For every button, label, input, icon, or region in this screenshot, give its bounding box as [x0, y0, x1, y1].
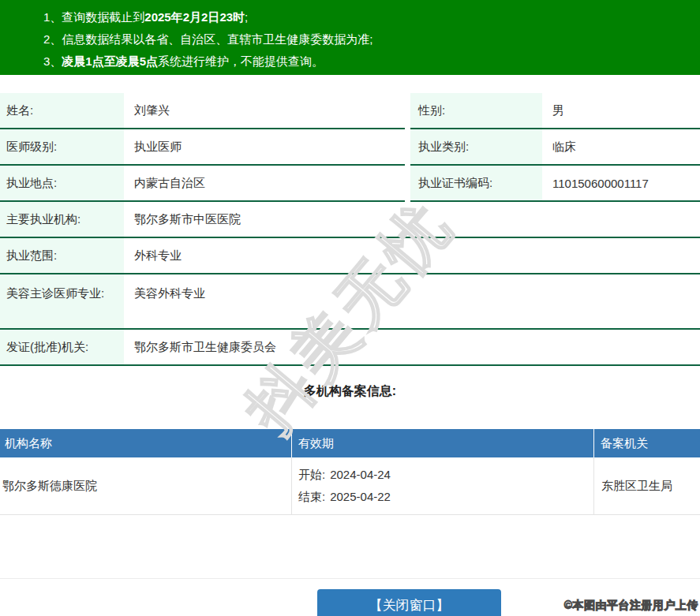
- name-label: 姓名:: [0, 93, 124, 128]
- issuing-authority-value: 鄂尔多斯市卫生健康委员会: [124, 330, 700, 364]
- notice-banner: 1、查询数据截止到2025年2月2日23时; 2、信息数据结果以各省、自治区、直…: [0, 0, 700, 75]
- column-gap: [405, 93, 410, 129]
- practice-location-value: 内蒙古自治区: [124, 166, 405, 200]
- gender-label: 性别:: [410, 93, 542, 128]
- notice-2-number: 2、: [43, 32, 62, 46]
- cosmetic-specialty-value: 美容外科专业: [124, 274, 700, 328]
- record-validity-period: 开始:2024-04-24 结束:2025-04-22: [292, 457, 594, 514]
- header-validity-period: 有效期: [292, 429, 594, 457]
- certificate-number-label: 执业证书编码:: [410, 166, 542, 200]
- notice-3-number: 3、: [43, 54, 62, 68]
- certificate-number-value: 110150600001117: [542, 166, 700, 200]
- gender-value: 男: [542, 93, 700, 128]
- table-row: 医师级别: 执业医师 执业类别: 临床: [0, 129, 700, 166]
- notice-line-2: 2、信息数据结果以各省、自治区、直辖市卫生健康委数据为准;: [43, 28, 700, 50]
- notice-1-bold: 2025年2月2日23时: [144, 10, 245, 24]
- multi-org-section-title: 多机构备案信息:: [0, 383, 700, 400]
- main-org-value: 鄂尔多斯市中医医院: [124, 202, 700, 237]
- notice-3-bold: 凌晨1点至凌晨5点: [62, 54, 158, 68]
- cosmetic-specialty-label: 美容主诊医师专业:: [0, 274, 124, 328]
- practice-category-value: 临床: [542, 129, 700, 164]
- table-row: 执业地点: 内蒙古自治区 执业证书编码: 110150600001117: [0, 166, 700, 202]
- main-org-label: 主要执业机构:: [0, 202, 124, 237]
- doctor-level-label: 医师级别:: [0, 129, 124, 164]
- record-authority: 东胜区卫生局: [594, 457, 700, 514]
- doctor-level-value: 执业医师: [124, 129, 405, 164]
- column-gap: [405, 166, 410, 202]
- issuing-authority-label: 发证(批准)机关:: [0, 330, 124, 364]
- notice-line-3: 3、凌晨1点至凌晨5点系统进行维护，不能提供查询。: [43, 50, 700, 73]
- practice-category-label: 执业类别:: [410, 129, 542, 164]
- table-row: 执业范围: 外科专业: [0, 238, 700, 274]
- table-row: 鄂尔多斯德康医院 开始:2024-04-24 结束:2025-04-22 东胜区…: [0, 457, 700, 515]
- notice-1-suffix: ;: [245, 10, 248, 24]
- multi-org-record-table: 机构名称 有效期 备案机关 鄂尔多斯德康医院 开始:2024-04-24 结束:…: [0, 429, 700, 515]
- notice-2-text: 信息数据结果以各省、自治区、直辖市卫生健康委数据为准;: [62, 32, 372, 46]
- table-row: 美容主诊医师专业: 美容外科专业: [0, 274, 700, 330]
- notice-line-1: 1、查询数据截止到2025年2月2日23时;: [43, 6, 700, 28]
- close-window-button[interactable]: 【关闭窗口】: [317, 589, 501, 616]
- platform-upload-watermark: ©本图由平台注册用户上传: [564, 599, 698, 613]
- record-org-name: 鄂尔多斯德康医院: [0, 457, 292, 514]
- table-row: 发证(批准)机关: 鄂尔多斯市卫生健康委员会: [0, 330, 700, 366]
- practitioner-profile: 姓名: 刘肇兴 性别: 男 医师级别: 执业医师 执业类别: 临床 执业地点: …: [0, 93, 700, 366]
- table-row: 姓名: 刘肇兴 性别: 男: [0, 93, 700, 129]
- column-gap: [405, 129, 410, 166]
- validity-start: 开始:2024-04-24: [298, 464, 593, 486]
- record-table-header: 机构名称 有效期 备案机关: [0, 429, 700, 457]
- header-record-authority: 备案机关: [594, 429, 700, 457]
- practice-scope-label: 执业范围:: [0, 238, 124, 273]
- notice-3-suffix: 系统进行维护，不能提供查询。: [158, 54, 324, 68]
- validity-end: 结束:2025-04-22: [298, 486, 593, 508]
- header-org-name: 机构名称: [0, 429, 292, 457]
- footer-divider: [0, 578, 700, 579]
- name-value: 刘肇兴: [124, 93, 405, 128]
- practice-scope-value: 外科专业: [124, 238, 700, 273]
- practice-location-label: 执业地点:: [0, 166, 124, 200]
- notice-1-number: 1、: [43, 10, 62, 24]
- table-row: 主要执业机构: 鄂尔多斯市中医医院: [0, 202, 700, 238]
- notice-1-text: 查询数据截止到: [62, 10, 144, 24]
